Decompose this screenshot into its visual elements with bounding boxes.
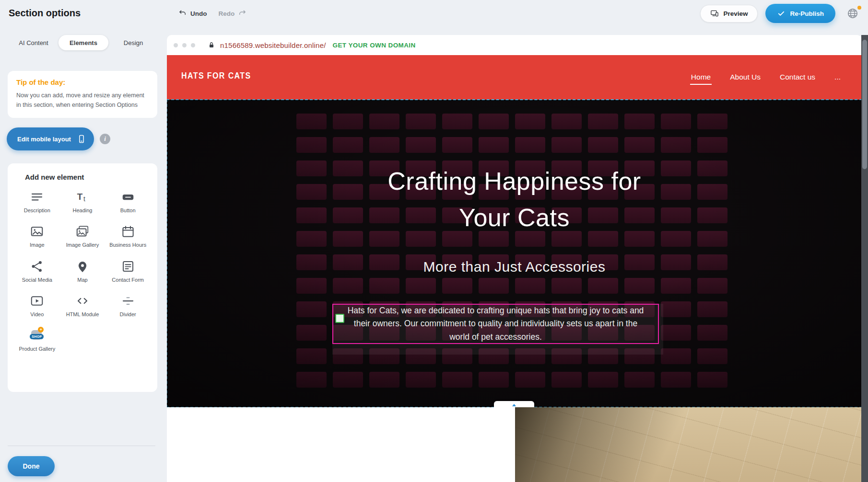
plus-badge: + [38,327,44,333]
element-label: Contact Form [112,276,144,283]
element-label: Map [77,276,87,283]
get-domain-link[interactable]: GET YOUR OWN DOMAIN [333,42,416,49]
sidebar-tabs: AI ContentElementsDesign [9,35,158,50]
hero-section-selected[interactable]: Crafting Happiness for Your Cats More th… [167,100,862,407]
add-element-map[interactable]: Map [60,256,106,286]
globe-icon [846,7,859,20]
sidebar: AI ContentElementsDesign Tip of the day:… [0,27,167,482]
nav-item-more[interactable]: ... [833,70,842,85]
element-label: Business Hours [109,241,146,248]
hero-paragraph: Hats for Cats, we are dedicated to craft… [333,305,658,343]
element-label: HTML Module [66,311,99,318]
page-scrollbar[interactable] [861,35,868,482]
element-label: Image [30,241,45,248]
image-icon [30,224,44,239]
lock-icon [208,41,215,49]
topbar-actions: Preview Re-Publish [700,4,862,23]
contact-form-icon [121,259,135,274]
site-logo[interactable]: HATS FOR CATS [181,71,251,81]
description-icon [30,190,44,204]
nav-item-contact-us[interactable]: Contact us [779,70,816,85]
video-icon [30,294,44,308]
hero-title-line1: Crafting Happiness for [167,163,862,199]
hero-title-line2: Your Cats [167,199,862,236]
add-element-description[interactable]: Description [14,187,60,217]
window-control-dots [174,43,195,47]
floor-photo [515,407,862,482]
done-button[interactable]: Done [8,456,55,476]
element-grid: DescriptionTtHeadingButtonImageImage Gal… [14,187,151,355]
redo-button[interactable]: Redo [219,9,247,18]
element-label: Social Media [22,276,52,283]
window-dot [182,43,187,47]
republish-button[interactable]: Re-Publish [765,4,835,23]
tip-title: Tip of the day: [16,78,149,86]
undo-icon [178,9,187,18]
add-element-image[interactable]: Image [14,221,60,251]
element-label: Divider [120,311,136,318]
svg-text:T: T [77,192,83,202]
history-controls: Undo Redo [178,6,246,21]
next-section[interactable] [167,407,862,482]
nav-item-home[interactable]: Home [690,70,712,85]
add-element-heading[interactable]: TtHeading [60,187,106,217]
undo-button[interactable]: Undo [178,9,207,18]
add-new-element-panel: Add new element DescriptionTtHeadingButt… [8,163,157,392]
add-element-social-media[interactable]: Social Media [14,256,60,286]
add-element-product-gallery[interactable]: SHOP+Product Gallery [14,325,60,355]
edit-mobile-layout-button[interactable]: Edit mobile layout [7,127,94,150]
add-element-html-module[interactable]: HTML Module [60,291,106,321]
info-icon[interactable]: i [100,134,110,144]
devices-icon [710,9,719,18]
element-label: Product Gallery [19,345,55,352]
tab-ai-content[interactable]: AI Content [9,35,59,50]
add-element-divider[interactable]: Divider [105,291,151,321]
sidebar-divider [8,446,155,446]
redo-icon [238,9,246,18]
site-url: n1566589.websitebuilder.online/ [220,41,326,49]
selected-text-element[interactable]: Hats for Cats, we are dedicated to craft… [332,304,659,344]
business-hours-icon [121,224,135,239]
preview-button[interactable]: Preview [700,5,758,23]
window-dot [174,43,178,47]
browser-chrome: n1566589.websitebuilder.online/ GET YOUR… [167,35,862,55]
window-dot [191,43,195,47]
divider-icon [121,294,135,308]
page-title: Section options [9,8,81,19]
add-element-button[interactable]: Button [105,187,151,217]
notification-dot [857,6,861,10]
scrollbar-thumb[interactable] [862,40,867,169]
nav-item-about-us[interactable]: About Us [729,70,762,85]
element-label: Heading [73,207,93,214]
add-element-business-hours[interactable]: Business Hours [105,221,151,251]
site-preview: HATS FOR CATS HomeAbout UsContact us... … [167,55,862,482]
tab-design[interactable]: Design [108,35,158,50]
tip-body: Now you can add, move and resize any ele… [16,91,149,110]
hero-subtitle[interactable]: More than Just Accessories [167,259,862,275]
element-label: Video [30,311,44,318]
element-label: Image Gallery [66,241,99,248]
element-label: Description [24,207,50,214]
html-module-icon [75,294,90,308]
arrow-up-icon [512,404,516,406]
product-gallery-icon: SHOP+ [30,328,44,343]
check-icon [777,9,786,18]
language-globe-button[interactable] [843,4,862,23]
add-element-contact-form[interactable]: Contact Form [105,256,151,286]
shop-badge: SHOP [30,334,44,339]
hero-title[interactable]: Crafting Happiness for Your Cats [167,163,862,236]
topbar: Section options Undo Redo Preview Re-P [0,0,868,27]
redo-label: Redo [219,10,235,17]
hero-vignette [167,100,862,407]
republish-label: Re-Publish [790,10,824,17]
heading-icon: Tt [75,190,90,204]
element-label: Button [120,207,136,214]
site-nav: HomeAbout UsContact us... [690,55,842,100]
tab-elements[interactable]: Elements [59,35,108,50]
site-header: HATS FOR CATS HomeAbout UsContact us... [167,55,862,100]
image-gallery-icon [75,224,90,239]
add-element-video[interactable]: Video [14,291,60,321]
button-icon [121,190,135,204]
tip-of-the-day-card: Tip of the day: Now you can add, move an… [8,71,157,118]
add-element-image-gallery[interactable]: Image Gallery [60,221,106,251]
